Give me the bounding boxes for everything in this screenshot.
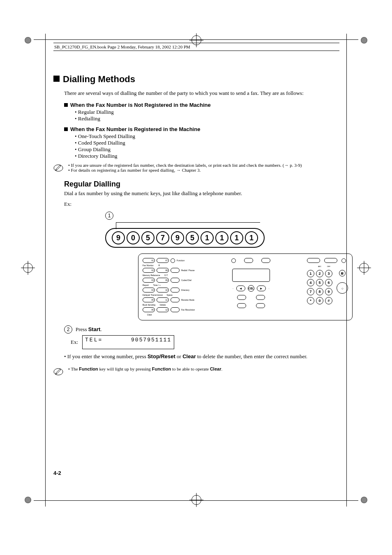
control-panel-figure: 0107Function Fax Monitor R 0208Redial / …	[138, 253, 353, 320]
panel-oval-button	[261, 258, 270, 263]
example-label: Ex:	[71, 339, 78, 345]
panel-label: Memory Reference	[143, 274, 160, 276]
text: key will light up by pressing	[98, 366, 152, 371]
page-header: SB_PC1270D_FG_EN.book Page 2 Monday, Feb…	[53, 43, 339, 51]
text: to be able to operate	[171, 366, 210, 371]
panel-slot: 09	[157, 278, 169, 283]
panel-round-button	[171, 258, 175, 263]
sub-heading-registered: When the Fax Number is Registered in the…	[64, 126, 339, 132]
list-item: Redialling	[75, 115, 339, 122]
bullet-square-icon	[53, 76, 60, 82]
note-item: If you are unsure of the registered fax …	[68, 163, 302, 168]
crop-target-icon	[359, 263, 369, 273]
dial-key: 1	[215, 231, 228, 244]
keypad-key: 9	[325, 288, 332, 295]
panel-oval-button	[171, 288, 180, 292]
lcd-value: 9057951111	[131, 337, 171, 343]
keypad-key: 5	[316, 279, 323, 286]
keypad-key: 1	[307, 270, 314, 277]
panel-label: Function	[177, 259, 184, 262]
start-button: ◇	[337, 282, 348, 294]
panel-middle: − ◄ OK ► +	[202, 258, 300, 316]
keypad-key: 3	[325, 270, 332, 277]
crop-mark	[358, 35, 370, 46]
panel-label: Report	[143, 284, 149, 286]
panel-oval-button	[171, 278, 180, 283]
dial-key: 5	[186, 231, 199, 244]
list-not-registered: Regular Dialling Redialling	[75, 109, 339, 122]
step-bold: Start	[88, 326, 101, 332]
dial-key: 1	[201, 231, 214, 244]
panel-label: Fax Monitor	[143, 264, 153, 267]
list-item: One-Touch Speed Dialling	[75, 133, 339, 140]
crop-mark	[358, 494, 370, 506]
panel-label: Book Sending	[143, 304, 155, 306]
panel-label: Fax Resolution	[181, 309, 195, 311]
panel-label: Space	[167, 294, 173, 296]
panel-slot: 05	[143, 297, 155, 302]
panel-oval-button	[256, 295, 265, 300]
text: .	[221, 366, 222, 371]
list-item: Directory Dialling	[75, 153, 339, 159]
dial-key: 9	[171, 231, 184, 244]
ok-button: OK	[248, 285, 254, 292]
dial-key: 9	[112, 231, 125, 244]
right-arrow-button: ►	[257, 286, 266, 291]
svg-point-0	[54, 165, 63, 171]
crop-rule	[34, 39, 358, 40]
panel-label: R	[159, 264, 160, 267]
panel-label: D.T.	[164, 274, 168, 276]
panel-oval-button	[324, 258, 337, 263]
panel-label: Delete	[160, 304, 166, 306]
wrong-number-note: • If you enter the wrong number, press S…	[64, 353, 339, 360]
list-item: Coded Speed Dialling	[75, 140, 339, 146]
bold-clear: Clear	[182, 353, 196, 359]
panel-left: 0107Function Fax Monitor R 0208Redial / …	[143, 258, 195, 316]
text: • If you enter the wrong number, press	[64, 353, 148, 359]
callout-line	[116, 222, 260, 229]
bullet-square-icon	[64, 127, 68, 131]
dial-key: 1	[230, 231, 243, 244]
note-item: For details on registering a fax number …	[68, 168, 302, 173]
keypad-key: 2	[316, 270, 323, 277]
panel-label: Receive Mode	[181, 299, 194, 301]
keypad-key: 7	[307, 288, 314, 295]
intro-text: There are several ways of dialling the n…	[64, 90, 339, 97]
lcd-screen-icon	[232, 269, 270, 282]
panel-slot: 10	[157, 288, 169, 292]
lcd-label: TEL=	[85, 337, 103, 343]
list-item: Regular Dialling	[75, 109, 339, 115]
svg-point-1	[54, 368, 63, 375]
note-item: The Function key will light up by pressi…	[68, 366, 222, 371]
step-number-1: 1	[105, 212, 113, 220]
crop-mark	[22, 35, 34, 46]
panel-oval-button	[237, 303, 246, 308]
text: The	[71, 366, 79, 371]
sub-heading-not-registered: When the Fax Number is Not Registered in…	[64, 102, 339, 108]
text: or	[175, 353, 182, 359]
left-arrow-button: ◄	[236, 286, 245, 291]
panel-slot: 11	[157, 297, 169, 302]
text: to delete the number, then enter the cor…	[196, 353, 307, 359]
keypad-label	[307, 265, 314, 267]
plus-label: +	[268, 288, 270, 290]
list-registered: One-Touch Speed Dialling Coded Speed Dia…	[75, 133, 339, 159]
dial-key: 0	[127, 231, 140, 244]
sub-heading-text: When the Fax Number is Registered in the…	[70, 126, 200, 132]
bold-stop-reset: Stop/Reset	[148, 353, 175, 359]
panel-slot: 06	[143, 307, 155, 312]
panel-label: Clear	[147, 313, 152, 316]
example-label: Ex:	[64, 201, 339, 207]
note-block: If you are unsure of the registered fax …	[53, 163, 339, 173]
dial-sequence: 9 0 5 7 9 5 1 1 1 1	[105, 228, 265, 248]
panel-label: Directory	[181, 289, 189, 291]
step-2: 2 Press Start.	[64, 325, 339, 334]
panel-oval-button	[256, 303, 265, 308]
section-title-text: Dialling Methods	[63, 74, 135, 84]
keypad-key: *	[307, 297, 314, 304]
panel-oval-button	[244, 258, 253, 263]
numeric-keypad: 1 2 3 4 5 6 7 8 9 * 0 #	[307, 270, 332, 304]
panel-slot: 08	[157, 268, 169, 273]
minus-label: −	[233, 288, 234, 290]
regular-desc: Dial a fax number by using the numeric k…	[64, 190, 339, 197]
